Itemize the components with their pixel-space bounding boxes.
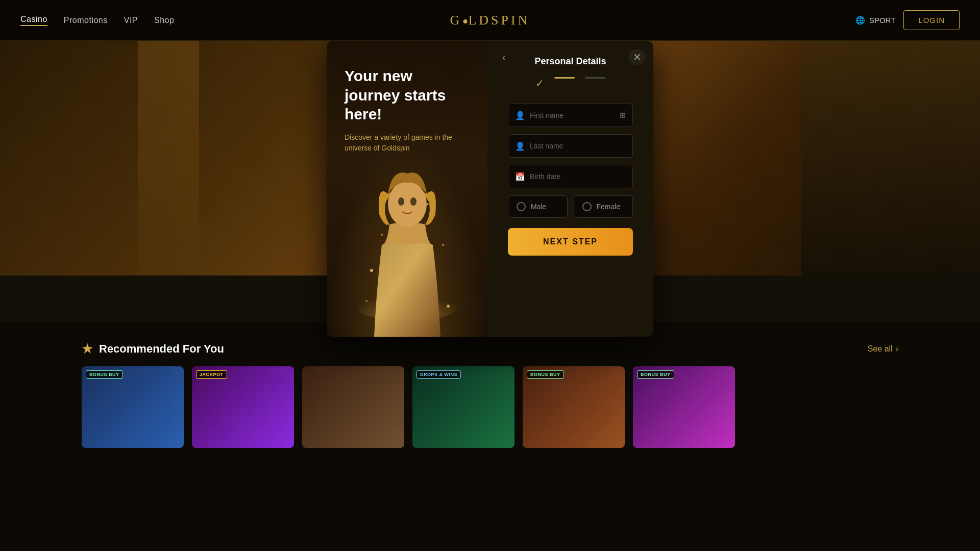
step-indicators: ✓ xyxy=(508,77,633,89)
game-card[interactable]: JACKPOT xyxy=(192,366,294,448)
birth-date-group: 📅 xyxy=(508,165,633,188)
male-option[interactable]: Male xyxy=(508,195,568,218)
game-badge: DROPS & WINS xyxy=(416,370,461,379)
svg-point-7 xyxy=(447,305,450,308)
calendar-icon: 📅 xyxy=(515,172,525,182)
step-3-indicator xyxy=(585,77,605,79)
male-label: Male xyxy=(531,203,546,211)
grid-icon: ⊞ xyxy=(620,111,626,119)
last-name-group: 👤 xyxy=(508,134,633,158)
female-option[interactable]: Female xyxy=(574,195,633,218)
nav-promotions[interactable]: Promotions xyxy=(64,16,108,25)
nav-shop[interactable]: Shop xyxy=(154,16,174,25)
recommended-title: ★ Recommended For You xyxy=(82,342,224,356)
game-card[interactable]: BONUS BUY xyxy=(523,366,625,448)
female-label: Female xyxy=(597,203,621,211)
last-name-input[interactable] xyxy=(508,134,633,158)
game-badge: JACKPOT xyxy=(196,370,227,379)
recommended-header: ★ Recommended For You See all › xyxy=(82,342,898,356)
nav-left: Casino Promotions VIP Shop xyxy=(20,15,174,26)
female-radio xyxy=(582,202,592,211)
first-name-group: 👤 ⊞ xyxy=(508,104,633,127)
sport-button[interactable]: 🌐 SPORT xyxy=(855,16,895,25)
step-2-indicator xyxy=(554,77,575,79)
game-card[interactable] xyxy=(302,366,404,448)
registration-modal: Your new journey starts here! Discover a… xyxy=(327,41,653,337)
hero-right-decoration xyxy=(801,41,980,276)
close-button[interactable]: ✕ xyxy=(629,49,645,65)
person-icon-2: 👤 xyxy=(515,141,525,151)
login-button[interactable]: LOGIN xyxy=(903,10,960,30)
recommended-title-text: Recommended For You xyxy=(99,342,224,356)
svg-point-2 xyxy=(398,197,404,206)
globe-icon: 🌐 xyxy=(855,16,865,25)
nav-right: 🌐 SPORT LOGIN xyxy=(855,10,960,30)
game-card[interactable]: BONUS BUY xyxy=(82,366,184,448)
sport-label: SPORT xyxy=(869,16,895,24)
modal-right-panel: ‹ ✕ Personal Details ✓ 👤 ⊞ 👤 📅 Mal xyxy=(487,41,653,337)
person-icon: 👤 xyxy=(515,111,525,120)
game-card[interactable]: DROPS & WINS xyxy=(412,366,514,448)
birth-date-input[interactable] xyxy=(508,165,633,188)
game-badge: BONUS BUY xyxy=(86,370,123,379)
male-radio xyxy=(517,202,526,211)
svg-point-6 xyxy=(365,300,368,302)
nav-casino[interactable]: Casino xyxy=(20,15,47,26)
star-icon: ★ xyxy=(82,342,93,356)
svg-point-3 xyxy=(410,197,416,206)
gender-row: Male Female xyxy=(508,195,633,218)
first-name-input[interactable] xyxy=(508,104,633,127)
section-title: Personal Details xyxy=(508,56,633,67)
next-step-button[interactable]: NEXT STEP xyxy=(508,228,633,256)
modal-figure xyxy=(327,143,487,337)
modal-left-panel: Your new journey starts here! Discover a… xyxy=(327,41,487,337)
navbar: Casino Promotions VIP Shop GLDSPIN 🌐 SPO… xyxy=(0,0,980,41)
svg-point-5 xyxy=(442,244,444,246)
svg-point-9 xyxy=(381,234,383,236)
chevron-right-icon: › xyxy=(896,344,898,354)
game-badge: BONUS BUY xyxy=(527,370,564,379)
hero-left-decoration xyxy=(138,41,199,276)
svg-point-8 xyxy=(427,204,428,205)
modal-hero-title: Your new journey starts here! xyxy=(345,66,470,124)
modal-left-content: Your new journey starts here! Discover a… xyxy=(345,66,470,154)
modal-hero-subtitle: Discover a variety of games in the unive… xyxy=(345,132,470,154)
site-logo[interactable]: GLDSPIN xyxy=(450,13,530,28)
figure-illustration xyxy=(346,143,469,337)
step-1-check: ✓ xyxy=(535,77,544,89)
game-cards-list: BONUS BUY JACKPOT DROPS & WINS BONUS BUY… xyxy=(82,366,898,448)
nav-vip[interactable]: VIP xyxy=(124,16,138,25)
svg-point-4 xyxy=(370,269,373,272)
game-badge: BONUS BUY xyxy=(637,370,674,379)
recommended-section: ★ Recommended For You See all › BONUS BU… xyxy=(0,327,980,448)
see-all-button[interactable]: See all › xyxy=(868,344,898,354)
back-button[interactable]: ‹ xyxy=(496,49,512,65)
svg-point-1 xyxy=(388,181,427,227)
game-card[interactable]: BONUS BUY xyxy=(633,366,735,448)
